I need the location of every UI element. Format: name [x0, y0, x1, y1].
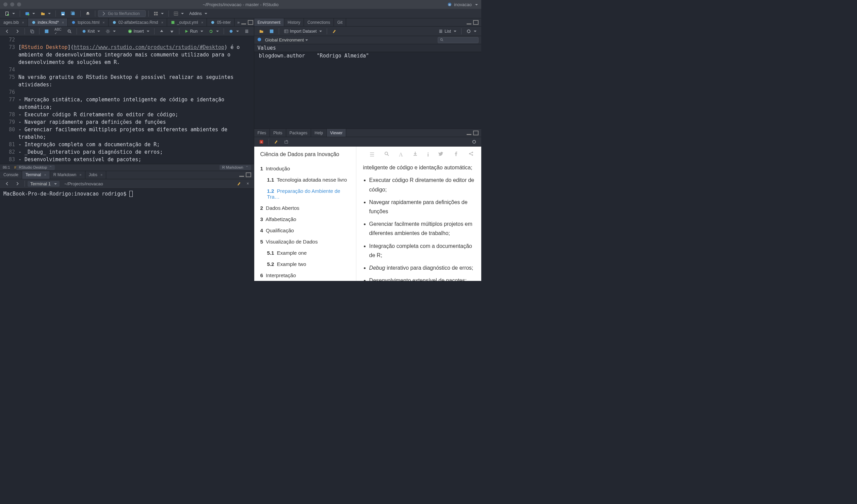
terminal-output[interactable]: MacBook-Pro-de-Rodrigo:inovacao rodrigo$ — [0, 189, 254, 281]
go-down-button[interactable] — [167, 28, 176, 34]
popup-viewer-button[interactable] — [282, 139, 291, 145]
toc-item[interactable]: 5 Visualização de Dados — [260, 236, 350, 247]
clear-env-button[interactable] — [330, 28, 339, 34]
language-mode-selector[interactable]: R Markdown ⌃ — [220, 165, 251, 170]
environment-search-input[interactable] — [438, 37, 479, 43]
viewer-content[interactable]: Ciência de Dados para Inovação 1 Introdu… — [254, 147, 481, 281]
print-button[interactable] — [83, 11, 92, 17]
toc-toggle-icon[interactable]: ☰ — [370, 150, 374, 159]
tab-packages[interactable]: Packages — [286, 129, 311, 137]
back-button[interactable] — [3, 28, 12, 34]
save-workspace-button[interactable] — [267, 28, 276, 34]
toc-subitem[interactable]: 1.1 Tecnologia adotada nesse livro — [260, 174, 350, 185]
refresh-env-button[interactable] — [464, 28, 479, 34]
more-tabs-button[interactable]: » — [237, 20, 240, 25]
minimize-pane-icon[interactable] — [241, 20, 246, 25]
terminal-back[interactable] — [3, 181, 12, 187]
section-selector[interactable]: RStudio Desktop ⌃ — [16, 165, 55, 170]
show-in-new-window-button[interactable] — [28, 28, 36, 34]
open-file-button[interactable] — [38, 11, 53, 17]
run-button[interactable]: Run — [182, 28, 205, 34]
font-icon[interactable]: A — [399, 150, 403, 159]
toc-item[interactable]: 1 Introdução — [260, 163, 350, 174]
minimize-pane-icon[interactable] — [239, 172, 244, 177]
share-icon[interactable] — [468, 150, 474, 159]
minimize-pane-icon[interactable] — [466, 20, 472, 25]
clear-viewer-button[interactable] — [272, 139, 280, 145]
go-up-button[interactable] — [157, 28, 166, 34]
spellcheck-button[interactable]: ABC✓ — [52, 27, 64, 36]
tab-plots[interactable]: Plots — [270, 129, 286, 137]
toc-subitem[interactable]: 5.2 Example two — [260, 258, 350, 270]
code-editor[interactable]: 727374757677787980818283 [RStudio Deskto… — [0, 36, 254, 164]
tab-environment[interactable]: Environment — [254, 18, 284, 26]
knit-button[interactable]: Knit — [80, 28, 102, 34]
tab-rmarkdown[interactable]: R Markdown× — [50, 171, 85, 179]
tab-help[interactable]: Help — [311, 129, 327, 137]
toc-item[interactable]: 6 Interpretação — [260, 270, 350, 281]
toc-item[interactable]: 4 Qualificação — [260, 225, 350, 236]
forward-button[interactable] — [13, 28, 22, 34]
env-entry[interactable]: blogdown.author "Rodrigo Almeida" — [254, 52, 481, 60]
close-icon[interactable]: × — [102, 20, 104, 24]
remove-viewer-button[interactable]: × — [257, 139, 266, 145]
tab-connections[interactable]: Connections — [304, 18, 334, 26]
terminal-forward[interactable] — [13, 181, 22, 187]
info-icon[interactable]: i — [427, 150, 429, 159]
view-mode-selector[interactable]: List — [436, 28, 458, 34]
tab-git[interactable]: Git — [334, 18, 346, 26]
new-project-button[interactable] — [23, 11, 37, 17]
close-icon[interactable]: × — [79, 173, 81, 177]
goto-file-function-input[interactable]: Go to file/function — [98, 10, 146, 17]
close-icon[interactable]: × — [44, 173, 46, 177]
tab-viewer[interactable]: Viewer — [327, 129, 346, 137]
toc-subitem[interactable]: 1.2 Preparação do Ambiente de Tra… — [260, 185, 350, 202]
toc-subitem[interactable]: 5.1 Example one — [260, 247, 350, 258]
source-tab-ages-bib[interactable]: ages.bib× — [0, 18, 28, 26]
publish-button[interactable] — [227, 28, 241, 34]
addins-menu[interactable]: Addins — [187, 11, 209, 17]
toc-item[interactable]: 2 Dados Abertos — [260, 202, 350, 214]
close-icon[interactable]: × — [100, 173, 102, 177]
find-replace-button[interactable] — [65, 28, 74, 34]
tab-files[interactable]: Files — [254, 129, 270, 137]
minimize-window-button[interactable] — [10, 2, 14, 6]
minimize-pane-icon[interactable] — [466, 131, 472, 135]
clear-terminal-button[interactable] — [235, 181, 243, 187]
tab-console[interactable]: Console — [0, 171, 22, 179]
close-icon[interactable]: × — [22, 20, 24, 24]
search-icon[interactable] — [384, 150, 389, 159]
maximize-window-button[interactable] — [17, 2, 21, 6]
facebook-icon[interactable] — [453, 150, 459, 159]
close-terminal-button[interactable]: × — [245, 181, 251, 187]
grid-menu-button[interactable] — [172, 11, 186, 17]
close-icon[interactable]: × — [201, 20, 203, 24]
terminal-selector[interactable]: Terminal 1 — [28, 181, 60, 187]
settings-button[interactable] — [103, 28, 118, 34]
new-file-button[interactable]: + — [3, 11, 17, 17]
save-all-button[interactable] — [69, 11, 78, 17]
close-icon[interactable]: × — [62, 20, 64, 24]
tools-menu-button[interactable] — [151, 11, 166, 17]
maximize-pane-icon[interactable] — [473, 20, 479, 25]
project-selector[interactable]: R inovacao — [447, 2, 478, 7]
close-icon[interactable]: × — [161, 20, 163, 24]
import-dataset-button[interactable]: Import Dataset — [282, 28, 324, 34]
load-workspace-button[interactable] — [257, 28, 266, 34]
source-tab-index-rmd[interactable]: index.Rmd*× — [28, 18, 68, 26]
scope-selector[interactable]: Global Environment — [265, 37, 308, 43]
source-tab-02-alfabetizacao[interactable]: 02-alfabetizacao.Rmd× — [109, 18, 167, 26]
tab-history[interactable]: History — [284, 18, 304, 26]
save-button[interactable] — [59, 11, 67, 17]
toc-item[interactable]: 3 Alfabetização — [260, 214, 350, 225]
save-doc-button[interactable] — [42, 28, 51, 34]
refresh-viewer-button[interactable] — [470, 139, 479, 145]
rerun-button[interactable] — [207, 28, 221, 34]
r-icon[interactable] — [257, 37, 262, 43]
tab-jobs[interactable]: Jobs× — [85, 171, 107, 179]
close-window-button[interactable] — [3, 2, 7, 6]
maximize-pane-icon[interactable] — [246, 172, 251, 177]
insert-button[interactable]: +Insert — [126, 28, 151, 34]
maximize-pane-icon[interactable] — [248, 20, 253, 25]
download-icon[interactable] — [413, 150, 418, 159]
